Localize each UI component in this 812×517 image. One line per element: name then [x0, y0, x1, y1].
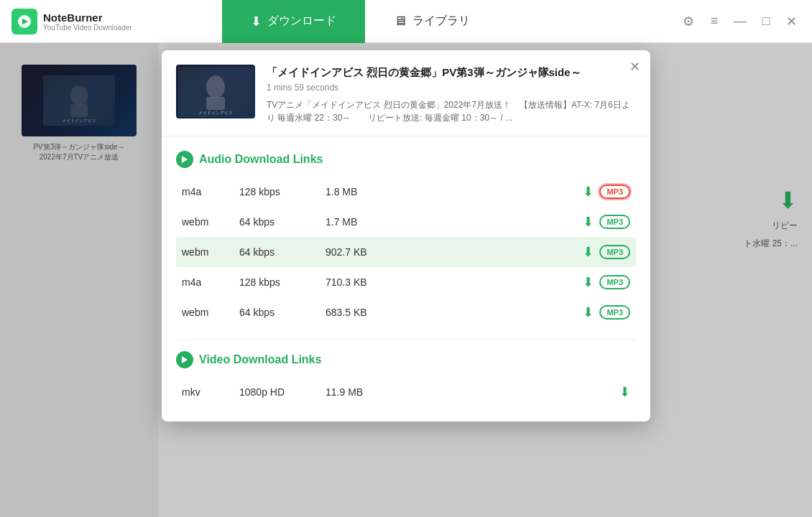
video-row-0-size: 11.9 MB [326, 386, 440, 398]
audio-row-0-actions: ⬇ MP3 [583, 184, 630, 200]
modal-dialog: ✕ メイドインアビス [162, 50, 650, 421]
audio-row-2-download-button[interactable]: ⬇ [583, 244, 594, 260]
video-row-0-quality: 1080p HD [239, 386, 326, 398]
svg-marker-11 [182, 156, 188, 163]
video-row-0-download-button[interactable]: ⬇ [619, 384, 630, 400]
video-row-0-actions: ⬇ [619, 384, 630, 400]
modal-description: TVアニメ「メイドインアビス 烈日の黄金郷」2022年7月放送！ 【放送情報】A… [267, 98, 636, 124]
library-tab-label: ライブラリ [412, 14, 470, 29]
audio-row-4-format: webm [182, 307, 239, 318]
audio-row-1-actions: ⬇ MP3 [583, 214, 630, 230]
audio-row-3-size: 710.3 KB [326, 276, 440, 288]
audio-row-3-bitrate: 128 kbps [239, 276, 326, 288]
app-name: NoteBurner [43, 11, 132, 24]
modal-info: 「メイドインアビス 烈日の黄金郷」PV第3弾～ガンジャ隊side～ 1 mins… [267, 65, 636, 124]
audio-row-3-download-button[interactable]: ⬇ [583, 274, 594, 290]
menu-button[interactable]: ≡ [706, 14, 723, 29]
audio-row-3-format: m4a [182, 276, 239, 288]
audio-row-2-size: 902.7 KB [326, 246, 440, 258]
audio-row-1-download-button[interactable]: ⬇ [583, 214, 594, 230]
audio-row-4-bitrate: 64 kbps [239, 307, 326, 318]
audio-row-0-size: 1.8 MB [326, 186, 440, 197]
video-row-0-format: mkv [182, 386, 239, 398]
audio-row-2-format: webm [182, 246, 239, 258]
audio-section-icon [176, 151, 193, 168]
audio-row-4-size: 683.5 KB [326, 307, 440, 318]
audio-row-1-mp3-button[interactable]: MP3 [599, 215, 630, 229]
video-section-title: Video Download Links [199, 353, 321, 366]
app-logo: NoteBurner YouTube Video Downloader [11, 9, 132, 34]
app-logo-icon [11, 9, 37, 34]
main-content: メイドインアビス PV第3弾～ガンジャ隊side～2022年7月TVアニメ放送 … [0, 43, 812, 517]
app-name-block: NoteBurner YouTube Video Downloader [43, 11, 132, 32]
audio-row-0-mp3-button[interactable]: MP3 [599, 185, 630, 199]
maximize-button[interactable]: □ [757, 14, 775, 29]
audio-section-header: Audio Download Links [176, 151, 636, 168]
audio-row-1: webm 64 kbps 1.7 MB ⬇ MP3 [176, 207, 636, 237]
audio-row-0-download-button[interactable]: ⬇ [583, 184, 594, 200]
audio-row-0-format: m4a [182, 186, 239, 197]
section-divider [176, 339, 636, 340]
nav-tabs: ⬇ ダウンロード 🖥 ライブラリ [222, 0, 499, 43]
audio-row-2-mp3-button[interactable]: MP3 [599, 245, 630, 259]
tab-library[interactable]: 🖥 ライブラリ [365, 0, 499, 43]
svg-marker-12 [182, 356, 188, 363]
titlebar-actions: ⚙ ≡ — □ ✕ [680, 14, 801, 29]
audio-row-0: m4a 128 kbps 1.8 MB ⬇ MP3 [176, 177, 636, 207]
audio-row-2-actions: ⬇ MP3 [583, 244, 630, 260]
audio-row-1-format: webm [182, 216, 239, 228]
modal-body: Audio Download Links m4a 128 kbps 1.8 MB… [162, 136, 650, 421]
modal-thumbnail: メイドインアビス [176, 65, 255, 118]
titlebar: NoteBurner YouTube Video Downloader ⬇ ダウ… [0, 0, 812, 43]
close-button[interactable]: ✕ [783, 14, 801, 29]
modal-overlay: ✕ メイドインアビス [0, 43, 812, 517]
modal-header: メイドインアビス 「メイドインアビス 烈日の黄金郷」PV第3弾～ガンジャ隊sid… [162, 50, 650, 136]
audio-row-3-actions: ⬇ MP3 [583, 274, 630, 290]
audio-row-4-mp3-button[interactable]: MP3 [599, 305, 630, 320]
app-subtitle: YouTube Video Downloader [43, 24, 132, 32]
library-tab-icon: 🖥 [394, 14, 407, 29]
svg-rect-9 [206, 97, 225, 110]
modal-duration: 1 mins 59 seconds [267, 83, 636, 93]
audio-row-4-actions: ⬇ MP3 [583, 304, 630, 320]
tab-download[interactable]: ⬇ ダウンロード [222, 0, 365, 43]
audio-row-2: webm 64 kbps 902.7 KB ⬇ MP3 [176, 237, 636, 267]
audio-row-4: webm 64 kbps 683.5 KB ⬇ MP3 [176, 297, 636, 327]
download-tab-icon: ⬇ [251, 14, 262, 29]
svg-text:メイドインアビス: メイドインアビス [198, 111, 233, 115]
audio-row-0-bitrate: 128 kbps [239, 186, 326, 197]
video-section-header: Video Download Links [176, 351, 636, 368]
video-section-icon [176, 351, 193, 368]
audio-row-1-bitrate: 64 kbps [239, 216, 326, 228]
audio-row-3: m4a 128 kbps 710.3 KB ⬇ MP3 [176, 267, 636, 297]
minimize-button[interactable]: — [732, 14, 749, 29]
svg-point-8 [206, 75, 225, 98]
video-row-0: mkv 1080p HD 11.9 MB ⬇ [176, 377, 636, 407]
audio-section-title: Audio Download Links [199, 153, 323, 166]
modal-title: 「メイドインアビス 烈日の黄金郷」PV第3弾～ガンジャ隊side～ [267, 65, 636, 80]
download-tab-label: ダウンロード [267, 14, 336, 29]
audio-row-3-mp3-button[interactable]: MP3 [599, 275, 630, 289]
audio-row-2-bitrate: 64 kbps [239, 246, 326, 258]
modal-close-button[interactable]: ✕ [629, 59, 640, 75]
audio-row-1-size: 1.7 MB [326, 216, 440, 228]
settings-button[interactable]: ⚙ [680, 14, 697, 29]
audio-row-4-download-button[interactable]: ⬇ [583, 304, 594, 320]
